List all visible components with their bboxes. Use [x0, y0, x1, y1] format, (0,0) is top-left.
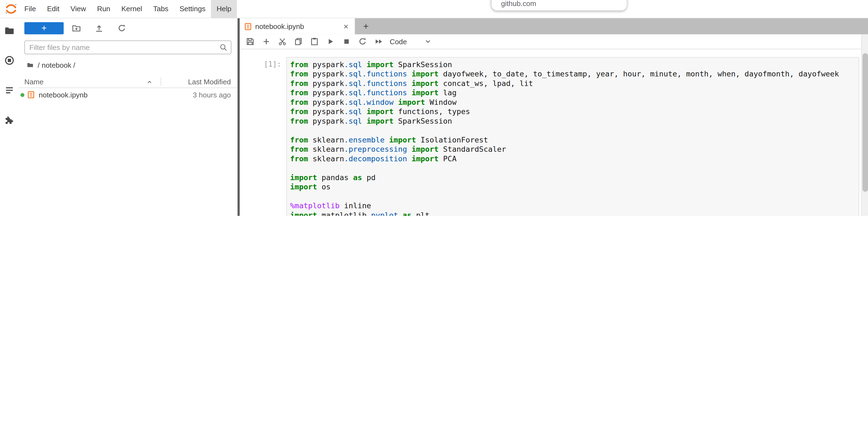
column-header-name[interactable]: Name	[24, 77, 43, 85]
file-modified: 3 hours ago	[193, 91, 231, 99]
activity-bar	[0, 18, 18, 216]
menu-item-run[interactable]: Run	[92, 0, 116, 18]
restart-icon	[358, 37, 367, 46]
code-line	[290, 126, 856, 135]
code-line: from sklearn.ensemble import IsolationFo…	[290, 135, 856, 145]
code-line: from pyspark.sql import SparkSession	[290, 116, 856, 126]
copy-button[interactable]	[294, 37, 303, 46]
new-tab-button[interactable]: +	[358, 18, 374, 34]
cell-prompt: [1]:	[240, 57, 286, 216]
sidebar-tab-file-browser[interactable]	[3, 25, 15, 36]
file-filter	[24, 40, 231, 54]
kernel-running-dot	[21, 93, 24, 97]
scrollbar-thumb[interactable]	[863, 53, 868, 192]
save-icon	[246, 37, 254, 46]
close-tab-icon[interactable]: ×	[342, 22, 350, 31]
new-folder-button[interactable]	[72, 24, 81, 32]
sidebar-tab-table-of-contents[interactable]	[3, 85, 15, 96]
paste-icon	[310, 37, 319, 46]
breadcrumb-path: / notebook /	[38, 61, 75, 69]
notebook-file-icon	[27, 91, 35, 98]
run-button[interactable]	[326, 37, 335, 46]
new-folder-icon	[72, 24, 81, 32]
fast-forward-button[interactable]	[374, 37, 383, 46]
filter-files-input[interactable]	[24, 40, 231, 54]
code-line: import pandas as pd	[290, 173, 856, 182]
vertical-scrollbar[interactable]	[862, 34, 868, 216]
browser-popup: github.com	[492, 0, 627, 11]
breadcrumb[interactable]: / notebook /	[27, 61, 231, 69]
code-line: from pyspark.sql.window import Window	[290, 97, 856, 107]
code-line: from pyspark.sql.functions import lag	[290, 88, 856, 98]
menu-item-edit[interactable]: Edit	[41, 0, 65, 18]
menu-item-help[interactable]: Help	[211, 0, 237, 18]
jupyterlab-window: FileEditViewRunKernelTabsSettingsHelp gi…	[0, 0, 868, 216]
cut-icon	[278, 37, 287, 46]
main-area: notebook.ipynb × + Code [1]:from pyspark…	[240, 18, 868, 216]
tab-label: notebook.ipynb	[255, 22, 342, 30]
sidebar-tab-running-sessions[interactable]	[3, 55, 15, 66]
running-icon	[4, 55, 14, 65]
code-line: from sklearn.preprocessing import Standa…	[290, 145, 856, 154]
menu-item-settings[interactable]: Settings	[174, 0, 211, 18]
panel-splitter[interactable]	[238, 18, 240, 216]
file-browser-toolbar: +	[18, 18, 238, 38]
code-cell: [1]:from pyspark.sql import SparkSession…	[240, 57, 859, 216]
menu-item-file[interactable]: File	[19, 0, 41, 18]
code-line: import matplotlib.pyplot as plt	[290, 210, 856, 216]
cut-button[interactable]	[278, 37, 287, 46]
code-line: from pyspark.sql.functions import dayofw…	[290, 69, 856, 79]
notebook-cells: [1]:from pyspark.sql import SparkSession…	[240, 57, 859, 216]
tab-bar: notebook.ipynb × +	[240, 18, 868, 34]
file-list-header: Name Last Modified	[18, 75, 238, 88]
code-line	[290, 192, 856, 201]
menu-item-kernel[interactable]: Kernel	[116, 0, 148, 18]
fast-forward-icon	[374, 37, 383, 46]
workspace: + / notebook / Name Last Modified notebo…	[0, 18, 868, 216]
copy-icon	[294, 37, 303, 46]
puzzle-icon	[4, 115, 14, 125]
save-button[interactable]	[246, 37, 254, 46]
file-browser-panel: + / notebook / Name Last Modified notebo…	[18, 18, 238, 216]
cell-type-label: Code	[390, 37, 407, 46]
insert-cell-icon	[262, 37, 271, 46]
code-line: from sklearn.decomposition import PCA	[290, 154, 856, 164]
notebook-file-icon	[244, 22, 252, 30]
notebook-toolbar-buttons	[246, 37, 383, 46]
stop-icon	[342, 37, 351, 46]
column-header-last-modified[interactable]: Last Modified	[188, 77, 231, 85]
code-line: %matplotlib inline	[290, 201, 856, 211]
menu-item-tabs[interactable]: Tabs	[148, 0, 174, 18]
file-row[interactable]: notebook.ipynb3 hours ago	[18, 88, 238, 101]
code-line: from pyspark.sql import SparkSession	[290, 60, 856, 69]
notebook-toolbar: Code	[240, 34, 868, 49]
folder-icon	[4, 25, 14, 35]
cell-editor[interactable]: from pyspark.sql import SparkSessionfrom…	[286, 57, 859, 216]
new-launcher-button[interactable]: +	[24, 22, 64, 34]
tab-notebook[interactable]: notebook.ipynb ×	[240, 18, 355, 34]
cell-type-dropdown[interactable]: Code	[390, 37, 431, 46]
menubar-items: FileEditViewRunKernelTabsSettingsHelp	[19, 0, 237, 18]
code-line: from pyspark.sql.functions import concat…	[290, 79, 856, 88]
restart-button[interactable]	[358, 37, 367, 46]
code-line: import os	[290, 182, 856, 192]
home-folder-icon[interactable]	[27, 61, 34, 68]
file-name: notebook.ipynb	[39, 91, 193, 99]
code-line	[290, 164, 856, 173]
chevron-down-icon	[425, 38, 431, 45]
code-line: from pyspark.sql import functions, types	[290, 107, 856, 117]
paste-button[interactable]	[310, 37, 319, 46]
file-listing: notebook.ipynb3 hours ago	[18, 88, 238, 101]
menubar: FileEditViewRunKernelTabsSettingsHelp	[0, 0, 868, 18]
insert-cell-button[interactable]	[262, 37, 271, 46]
sidebar-tab-extensions[interactable]	[3, 115, 15, 126]
refresh-button[interactable]	[117, 24, 126, 32]
search-icon	[219, 43, 227, 51]
stop-button[interactable]	[342, 37, 351, 46]
menu-item-view[interactable]: View	[65, 0, 91, 18]
refresh-icon	[117, 24, 126, 32]
upload-button[interactable]	[95, 24, 103, 32]
run-icon	[326, 37, 335, 46]
sort-ascending-icon	[147, 79, 152, 85]
popup-text: github.com	[501, 0, 536, 7]
